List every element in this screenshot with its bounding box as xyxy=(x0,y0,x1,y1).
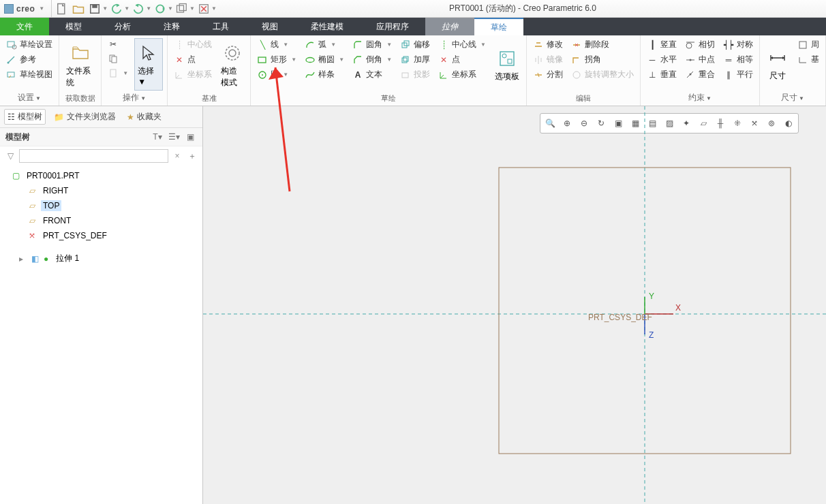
tree-tool-3[interactable]: ▣ xyxy=(183,131,197,143)
sketch-group-label: 草绘 xyxy=(255,92,522,106)
regenerate-button[interactable] xyxy=(153,2,168,16)
symmetric-button[interactable]: ┥┝对称 xyxy=(721,38,755,51)
open-file-button[interactable] xyxy=(71,2,86,16)
windows-button[interactable] xyxy=(174,2,189,16)
menu-flex[interactable]: 柔性建模 xyxy=(294,18,360,35)
rectangle-button[interactable]: 矩形▼ xyxy=(255,53,299,66)
filter-icon[interactable]: ▽ xyxy=(4,151,16,161)
dimension-button[interactable]: 尺寸 xyxy=(764,38,791,91)
select-button[interactable]: 选择 ▼ xyxy=(134,38,163,91)
redo-button[interactable] xyxy=(131,2,146,16)
tree-search-input[interactable] xyxy=(19,149,168,163)
sketch-view-button[interactable]: 草绘视图 xyxy=(4,68,55,81)
save-dropdown-icon[interactable]: ▼ xyxy=(102,5,108,12)
sketch-setup-button[interactable]: 草绘设置 xyxy=(4,38,55,51)
tree-root[interactable]: ▢PRT0001.PRT xyxy=(8,168,202,183)
tangent-button[interactable]: 相切 xyxy=(683,38,717,51)
qat-customize-icon[interactable]: ▼ xyxy=(211,5,217,12)
menu-extrude[interactable]: 拉伸 xyxy=(425,18,474,35)
offset-button[interactable]: 偏移 xyxy=(398,38,432,51)
divide-button[interactable]: 分割 xyxy=(531,68,565,81)
undo-dropdown-icon[interactable]: ▼ xyxy=(124,5,129,12)
chamfer-button[interactable]: 倒角▼ xyxy=(350,53,394,66)
save-button[interactable] xyxy=(87,2,102,16)
redo-dropdown-icon[interactable]: ▼ xyxy=(146,5,151,12)
line-button[interactable]: ╲线▼ xyxy=(255,38,299,51)
baseline-button[interactable]: 基 xyxy=(795,53,821,66)
ellipse-button[interactable]: 椭圆▼ xyxy=(303,53,346,66)
tab-favorites[interactable]: ★收藏夹 xyxy=(124,110,164,124)
filesystem-button[interactable]: 文件系统 xyxy=(63,38,97,92)
workspace: ☷模型树 📁文件夹浏览器 ★收藏夹 模型树 T▾ ☰▾ ▣ ▽ × ＋ ▢PRT… xyxy=(0,106,826,504)
tab-model-tree-label: 模型树 xyxy=(18,111,42,123)
construct-mode-button[interactable]: 构造模式 xyxy=(218,38,246,92)
regen-dropdown-icon[interactable]: ▼ xyxy=(168,5,173,12)
svg-point-31 xyxy=(690,73,692,75)
menu-file[interactable]: 文件 xyxy=(0,18,49,35)
menu-view[interactable]: 视图 xyxy=(245,18,294,35)
menu-model[interactable]: 模型 xyxy=(49,18,98,35)
vertical-button[interactable]: ┃竖直 xyxy=(645,38,679,51)
tree-top[interactable]: ▱TOP xyxy=(8,198,202,213)
text-label: 文本 xyxy=(366,69,382,80)
menu-apps[interactable]: 应用程序 xyxy=(360,18,425,35)
tree-front[interactable]: ▱FRONT xyxy=(8,213,202,228)
canvas[interactable]: 🔍 ⊕ ⊖ ↻ ▣ ▦ ▤ ▨ ✦ ▱ ╫ ⁜ ⤧ ⊚ ◐ xyxy=(203,106,826,504)
horizontal-button[interactable]: ─水平 xyxy=(645,53,679,66)
menu-annotate[interactable]: 注释 xyxy=(147,18,196,35)
tab-folder-browser[interactable]: 📁文件夹浏览器 xyxy=(51,110,119,124)
clear-search-button[interactable]: × xyxy=(171,151,183,161)
tree-tool-2[interactable]: ☰▾ xyxy=(167,131,181,143)
centerline-label: 中心线 xyxy=(187,39,212,50)
search-add-button[interactable]: ＋ xyxy=(186,151,198,162)
circle-button[interactable]: 圆▼ xyxy=(255,68,299,81)
getdata-group-label: 获取数据 xyxy=(63,92,97,106)
tree-csys[interactable]: ⤧PRT_CSYS_DEF xyxy=(8,228,202,243)
undo-button[interactable] xyxy=(109,2,124,16)
sk-csys-label: 坐标系 xyxy=(452,69,476,80)
coincident-button[interactable]: 重合 xyxy=(683,68,717,81)
corner-button[interactable]: 拐角 xyxy=(569,53,636,66)
arc-button[interactable]: 弧▼ xyxy=(303,38,346,51)
spline-button[interactable]: 样条 xyxy=(303,68,346,81)
close-window-button[interactable] xyxy=(196,2,211,16)
menu-analysis[interactable]: 分析 xyxy=(98,18,147,35)
sk-centerline-button[interactable]: ┊中心线▼ xyxy=(436,38,488,51)
midpoint-button[interactable]: 中点 xyxy=(683,53,717,66)
expand-icon[interactable]: ▸ xyxy=(19,254,23,264)
centerline-button: ┊中心线 xyxy=(172,38,214,51)
copy-button[interactable] xyxy=(106,52,130,65)
svg-rect-7 xyxy=(7,42,14,47)
perpendicular-button[interactable]: ⊥垂直 xyxy=(645,68,679,81)
equal-button[interactable]: ═相等 xyxy=(721,53,755,66)
plane-icon: ▱ xyxy=(27,186,37,195)
tree-right[interactable]: ▱RIGHT xyxy=(8,183,202,198)
fillet-label: 圆角 xyxy=(366,39,382,50)
fillet-button[interactable]: 圆角▼ xyxy=(350,38,394,51)
select-label: 选择 xyxy=(138,66,154,76)
perimeter-button[interactable]: 周 xyxy=(795,38,821,51)
text-button[interactable]: A文本 xyxy=(350,68,394,81)
sk-csys-button[interactable]: 坐标系 xyxy=(436,68,488,81)
modify-label: 修改 xyxy=(547,39,563,50)
menu-tools[interactable]: 工具 xyxy=(196,18,245,35)
tab-model-tree[interactable]: ☷模型树 xyxy=(4,109,46,125)
logo-dropdown-icon[interactable]: ▼ xyxy=(39,5,44,12)
new-file-button[interactable] xyxy=(55,2,70,16)
modify-button[interactable]: 修改 xyxy=(531,38,565,51)
svg-point-19 xyxy=(306,57,314,62)
sk-point-button[interactable]: ✕点 xyxy=(436,53,488,66)
tree-extrude[interactable]: ▸◧●拉伸 1 xyxy=(8,250,202,267)
delete-seg-button[interactable]: 删除段 xyxy=(569,38,636,51)
cut-button[interactable]: ✂ xyxy=(106,38,130,50)
folder-icon: 📁 xyxy=(54,112,64,122)
tree-tool-1[interactable]: T▾ xyxy=(151,131,164,143)
menu-sketch[interactable]: 草绘 xyxy=(474,18,523,35)
parallel-button[interactable]: ∥平行 xyxy=(721,68,755,81)
ribbon-group-ops: ✂ ▼ 选择 ▼ 操作▼ xyxy=(102,35,168,106)
windows-dropdown-icon[interactable]: ▼ xyxy=(189,5,195,12)
reference-button[interactable]: 参考 xyxy=(4,53,55,66)
thicken-button[interactable]: 加厚 xyxy=(398,53,432,66)
datum-point-button[interactable]: ✕点 xyxy=(172,53,214,66)
palette-button[interactable]: 选项板 xyxy=(492,38,522,92)
